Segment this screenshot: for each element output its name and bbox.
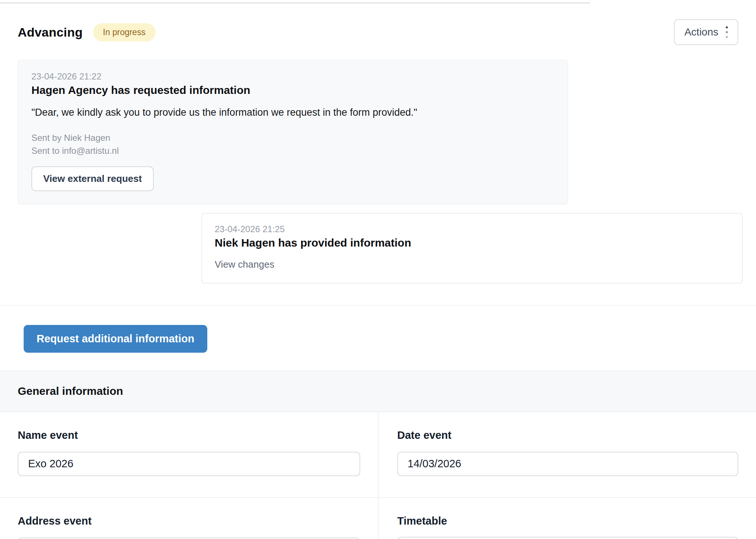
response-card: 23-04-2026 21:25 Niek Hagen has provided… (201, 213, 743, 284)
request-additional-information-button[interactable]: Request additional information (24, 325, 207, 353)
view-external-request-button[interactable]: View external request (31, 166, 154, 191)
header-left: Advancing In progress (18, 23, 156, 41)
name-event-cell: Name event (0, 412, 378, 497)
kebab-menu-icon (724, 26, 729, 39)
name-event-label: Name event (18, 429, 360, 441)
timetable-textarea[interactable]: 23:00 - 01:00 Local opener 01:00 - 03:00… (397, 537, 738, 539)
name-event-input[interactable] (18, 452, 360, 476)
date-event-input[interactable] (397, 452, 738, 476)
response-title: Niek Hagen has provided information (215, 237, 729, 249)
request-timestamp: 23-04-2026 21:22 (31, 71, 554, 82)
actions-button-label: Actions (684, 26, 718, 38)
date-event-label: Date event (397, 429, 738, 441)
status-badge: In progress (93, 23, 156, 41)
sent-by-line: Sent by Niek Hagen (31, 132, 554, 145)
timeline: 23-04-2026 21:22 Hagen Agency has reques… (0, 60, 756, 284)
address-event-input[interactable] (18, 538, 360, 539)
request-title: Hagen Agency has requested information (31, 84, 554, 96)
action-band: Request additional information (0, 305, 756, 370)
address-event-cell: Address event (0, 497, 378, 539)
timetable-label: Timetable (397, 515, 738, 527)
response-timestamp: 23-04-2026 21:25 (215, 224, 729, 234)
address-event-label: Address event (18, 515, 360, 527)
sent-to-line: Sent to info@artistu.nl (31, 145, 554, 157)
page-header: Advancing In progress Actions (0, 19, 756, 45)
request-meta: Sent by Niek Hagen Sent to info@artistu.… (31, 132, 554, 157)
top-divider (0, 2, 590, 4)
actions-button[interactable]: Actions (674, 19, 738, 45)
timetable-cell: Timetable 23:00 - 01:00 Local opener 01:… (378, 497, 756, 539)
timetable-text: 23:00 - 01:00 Local opener 01:00 - 03:00… (398, 538, 738, 539)
request-message: "Dear, we kindly ask you to provide us t… (31, 107, 554, 118)
page-title: Advancing (18, 25, 83, 40)
section-title: General information (18, 385, 123, 397)
view-changes-link[interactable]: View changes (215, 259, 729, 270)
date-event-cell: Date event (378, 412, 756, 497)
general-information-section-header: General information (0, 370, 756, 411)
request-card: 23-04-2026 21:22 Hagen Agency has reques… (18, 60, 568, 204)
general-information-form: Name event Date event Address event Time… (0, 411, 756, 539)
